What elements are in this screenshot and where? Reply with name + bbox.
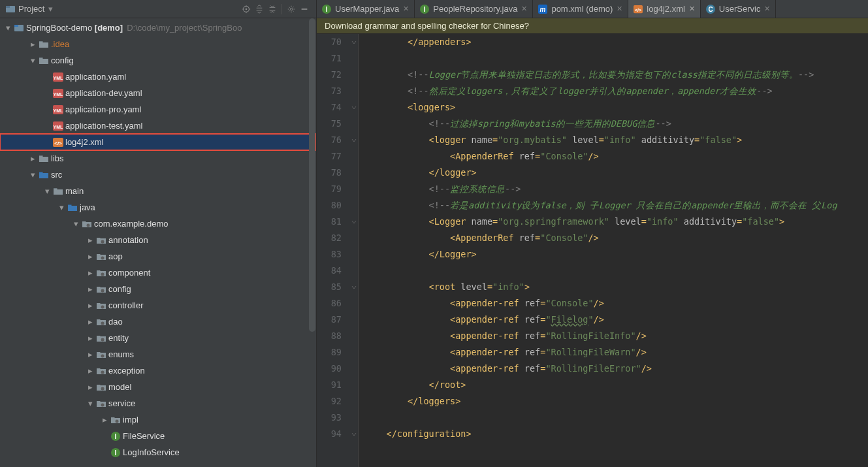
- tab-userservic[interactable]: CUserServic✕: [701, 0, 777, 18]
- chevron-right-icon[interactable]: ▸: [85, 300, 95, 310]
- close-icon[interactable]: ✕: [521, 5, 527, 13]
- project-tree[interactable]: ▾ SpringBoot-demo [demo] D:\code\my_proj…: [0, 18, 316, 467]
- tree-scrollbar[interactable]: [309, 18, 315, 332]
- grammar-banner[interactable]: Download grammar and spelling checker fo…: [317, 18, 868, 34]
- tree-item-dao[interactable]: ▸dao: [0, 314, 316, 330]
- fold-gutter[interactable]: [349, 34, 359, 467]
- tree-item-aop[interactable]: ▸aop: [0, 248, 316, 265]
- project-title[interactable]: Project ▾: [5, 4, 53, 14]
- hide-icon[interactable]: [298, 3, 311, 16]
- code-line[interactable]: <appender-ref ref="RollingFileError"/>: [365, 361, 868, 377]
- code-line[interactable]: <root level="info">: [365, 279, 868, 295]
- fold-marker[interactable]: [349, 344, 358, 361]
- tree-item-annotation[interactable]: ▸annotation: [0, 232, 316, 248]
- tree-item-application-test-yaml[interactable]: YMLapplication-test.yaml: [0, 118, 316, 134]
- fold-marker[interactable]: [349, 34, 358, 50]
- chevron-down-icon[interactable]: ▾: [71, 219, 81, 229]
- code-line[interactable]: </appenders>: [365, 34, 868, 50]
- tree-item-config[interactable]: ▾config: [0, 52, 316, 69]
- fold-marker[interactable]: [349, 116, 358, 132]
- fold-marker[interactable]: [349, 165, 358, 181]
- code-line[interactable]: [365, 410, 868, 426]
- tree-item-application-yaml[interactable]: YMLapplication.yaml: [0, 69, 316, 85]
- tab-log4j2-xml[interactable]: </>log4j2.xml✕: [628, 0, 701, 18]
- code-editor[interactable]: 7071727374757677787980818283848586878889…: [317, 34, 868, 467]
- close-icon[interactable]: ✕: [689, 5, 695, 13]
- chevron-right-icon[interactable]: ▸: [85, 268, 95, 278]
- tree-root[interactable]: ▾ SpringBoot-demo [demo] D:\code\my_proj…: [0, 20, 316, 36]
- code-line[interactable]: </root>: [365, 377, 868, 393]
- code-line[interactable]: <!--若是additivity设为false，则 子Logger 只会在自己的…: [365, 197, 868, 214]
- code-line[interactable]: [365, 50, 868, 67]
- fold-marker[interactable]: [349, 197, 358, 214]
- tab-peoplerepository-java[interactable]: IPeopleRepository.java✕: [415, 0, 533, 18]
- tree-item--idea[interactable]: ▸.idea: [0, 36, 316, 52]
- code-line[interactable]: <!--过滤掉spring和mybatis的一些无用的DEBUG信息-->: [365, 116, 868, 132]
- locate-icon[interactable]: [240, 3, 253, 16]
- fold-marker[interactable]: [349, 246, 358, 263]
- tree-item-application-pro-yaml[interactable]: YMLapplication-pro.yaml: [0, 101, 316, 118]
- fold-marker[interactable]: [349, 393, 358, 410]
- gear-icon[interactable]: [285, 3, 298, 16]
- fold-marker[interactable]: [349, 361, 358, 377]
- fold-marker[interactable]: [349, 148, 358, 165]
- tree-item-component[interactable]: ▸component: [0, 265, 316, 281]
- close-icon[interactable]: ✕: [617, 5, 622, 13]
- tab-usermapper-java[interactable]: IUserMapper.java✕: [317, 0, 415, 18]
- fold-marker[interactable]: [349, 214, 358, 230]
- close-icon[interactable]: ✕: [403, 5, 409, 13]
- fold-marker[interactable]: [349, 312, 358, 328]
- chevron-right-icon[interactable]: ▸: [85, 333, 95, 343]
- tree-item-main[interactable]: ▾main: [0, 183, 316, 199]
- fold-marker[interactable]: [349, 279, 358, 295]
- tree-item-service[interactable]: ▾service: [0, 395, 316, 411]
- code-line[interactable]: <loggers>: [365, 99, 868, 116]
- code-line[interactable]: [365, 263, 868, 279]
- fold-marker[interactable]: [349, 295, 358, 312]
- chevron-down-icon[interactable]: ▾: [85, 398, 95, 408]
- chevron-down-icon[interactable]: ▾: [56, 202, 67, 212]
- code-content[interactable]: </appenders> <!--Logger节点用来单独指定日志的形式，比如要…: [359, 34, 868, 467]
- fold-marker[interactable]: [349, 67, 358, 83]
- code-line[interactable]: <!--Logger节点用来单独指定日志的形式，比如要为指定包下的class指定…: [365, 67, 868, 83]
- tree-item-fileservice[interactable]: IFileService: [0, 428, 316, 444]
- code-line[interactable]: <!--然后定义loggers，只有定义了logger并引入的appender，…: [365, 83, 868, 99]
- code-line[interactable]: <AppenderRef ref="Console"/>: [365, 230, 868, 246]
- fold-marker[interactable]: [349, 230, 358, 246]
- code-line[interactable]: </loggers>: [365, 393, 868, 410]
- code-line[interactable]: <appender-ref ref="RollingFileInfo"/>: [365, 328, 868, 344]
- chevron-down-icon[interactable]: ▾: [27, 170, 38, 180]
- chevron-right-icon[interactable]: ▸: [99, 415, 110, 425]
- chevron-down-icon[interactable]: ▾: [42, 186, 52, 196]
- fold-marker[interactable]: [349, 50, 358, 67]
- code-line[interactable]: <!--监控系统信息-->: [365, 181, 868, 197]
- tree-item-com-example-demo[interactable]: ▾com.example.demo: [0, 216, 316, 232]
- chevron-right-icon[interactable]: ▸: [27, 39, 38, 49]
- fold-marker[interactable]: [349, 426, 358, 442]
- tree-item-java[interactable]: ▾java: [0, 199, 316, 216]
- tab-pom-xml-demo-[interactable]: mpom.xml (demo)✕: [533, 0, 628, 18]
- tree-item-loginfoservice[interactable]: ILogInfoService: [0, 444, 316, 460]
- code-line[interactable]: <AppenderRef ref="Console"/>: [365, 148, 868, 165]
- chevron-right-icon[interactable]: ▸: [85, 317, 95, 327]
- fold-marker[interactable]: [349, 83, 358, 99]
- chevron-right-icon[interactable]: ▸: [27, 153, 38, 163]
- fold-marker[interactable]: [349, 410, 358, 426]
- tree-item-model[interactable]: ▸model: [0, 379, 316, 395]
- chevron-right-icon[interactable]: ▸: [85, 284, 95, 294]
- code-line[interactable]: </Logger>: [365, 246, 868, 263]
- fold-marker[interactable]: [349, 328, 358, 344]
- tree-item-src[interactable]: ▾src: [0, 167, 316, 183]
- collapse-all-icon[interactable]: [266, 3, 279, 16]
- tree-item-application-dev-yaml[interactable]: YMLapplication-dev.yaml: [0, 85, 316, 101]
- code-line[interactable]: </logger>: [365, 165, 868, 181]
- chevron-right-icon[interactable]: ▸: [85, 251, 95, 261]
- code-line[interactable]: <logger name="org.mybatis" level="info" …: [365, 132, 868, 148]
- chevron-down-icon[interactable]: ▾: [3, 23, 13, 33]
- code-line[interactable]: <appender-ref ref="RollingFileWarn"/>: [365, 344, 868, 361]
- tree-item-controller[interactable]: ▸controller: [0, 297, 316, 314]
- chevron-down-icon[interactable]: ▾: [27, 56, 38, 65]
- fold-marker[interactable]: [349, 99, 358, 116]
- chevron-right-icon[interactable]: ▸: [85, 349, 95, 359]
- code-line[interactable]: <Logger name="org.springframework" level…: [365, 214, 868, 230]
